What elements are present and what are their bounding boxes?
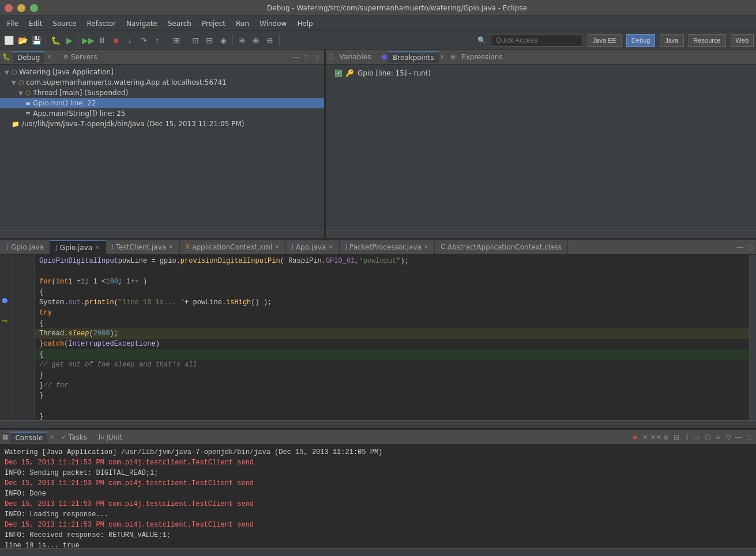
tab-gpio-java-1[interactable]: J Gpio.java [1, 240, 50, 255]
perspective-javaee-button[interactable]: Java EE [588, 34, 622, 47]
tab-breakpoints-close[interactable]: ✕ [440, 54, 445, 60]
console-hscroll[interactable] [0, 548, 756, 556]
toolbar-separator-1 [46, 35, 46, 46]
perspective-resource-button[interactable]: Resource [689, 34, 726, 47]
perspective-java-button[interactable]: Java [660, 34, 683, 47]
vars-panel-hscroll[interactable] [326, 230, 756, 238]
quick-access-input[interactable] [491, 34, 583, 47]
new-button[interactable]: ⬜ [2, 34, 15, 47]
console-btn6[interactable]: ⇩ [682, 433, 691, 442]
stepinto-button[interactable]: ↓ [123, 34, 136, 47]
editor-area: J Gpio.java J Gpio.java ✕ J TestClient.j… [0, 240, 756, 430]
console-btn8[interactable]: ⬡ [703, 433, 712, 442]
toolbar-btn-extra2[interactable]: ⊟ [203, 34, 216, 47]
toolbar-btn-extra3[interactable]: ◈ [217, 34, 230, 47]
breakpoint-checkbox[interactable]: ✓ [335, 70, 342, 77]
tree-item-app-main[interactable]: ≡ App.main(String[]) line: 25 [0, 108, 324, 119]
console-panel: ▦ Console ✕ ✓ Tasks Ju JUnit ■ ✕ ✕✕ ⊕ ⊟ … [0, 430, 756, 556]
toolbar-btn-extra1[interactable]: ⊡ [189, 34, 202, 47]
tree-item-gpio-run[interactable]: ≡ Gpio.run() line: 22 [0, 98, 324, 108]
use-stepfilters-button[interactable]: ⊞ [170, 34, 183, 47]
tab-app-close[interactable]: ✕ [328, 244, 333, 250]
maximize-button[interactable] [30, 4, 38, 12]
expressions-icon: ⊕ [450, 53, 456, 60]
tab-console[interactable]: Console [10, 432, 47, 443]
editor-hscroll[interactable] [0, 420, 756, 428]
toolbar-btn-extra6[interactable]: ⊖ [264, 34, 276, 47]
line-numbers [12, 255, 35, 420]
code-line-10: { [35, 349, 749, 360]
debug-panel-viewmenu[interactable]: ▽ [313, 52, 322, 62]
menu-window[interactable]: Window [255, 18, 291, 29]
console-btn2[interactable]: ✕ [641, 433, 650, 442]
toolbar-btn-extra5[interactable]: ⊕ [250, 34, 262, 47]
menu-refactor[interactable]: Refactor [82, 18, 121, 29]
run-button[interactable]: ▶ [63, 34, 76, 47]
tab-expressions[interactable]: Expressions [457, 52, 507, 62]
editor-main: ● ⇒ [0, 255, 756, 420]
thread-icon-2: ⬡ [25, 89, 31, 97]
menu-source[interactable]: Source [48, 18, 81, 29]
debug-panel-minimize[interactable]: — [292, 52, 301, 62]
tree-item-thread[interactable]: ▼ ⬡ Thread [main] (Suspended) [0, 88, 324, 98]
console-minimize[interactable]: — [734, 433, 743, 442]
editor-vscroll[interactable] [749, 255, 756, 420]
tab-app-java[interactable]: J App.java ✕ [286, 240, 340, 255]
console-btn5[interactable]: ⊟ [672, 433, 681, 442]
tab-appcontext-close[interactable]: ✕ [274, 244, 279, 250]
tree-item-watering[interactable]: ▼ ⬡ Watering [Java Application] [0, 67, 324, 77]
save-button[interactable]: 💾 [30, 34, 43, 47]
console-maximize[interactable]: □ [744, 433, 754, 442]
console-btn9[interactable]: ≡ [713, 433, 723, 442]
console-btn4[interactable]: ⊕ [661, 433, 671, 442]
tab-gpio-java-2-close[interactable]: ✕ [95, 244, 99, 251]
menu-edit[interactable]: Edit [24, 18, 47, 29]
open-button[interactable]: 📂 [16, 34, 29, 47]
tab-tasks[interactable]: ✓ Tasks [57, 432, 92, 442]
breakpoint-item[interactable]: ✓ 🔑 Gpio [line: 15] - run() [330, 67, 756, 80]
tab-abstract-context[interactable]: C AbstractApplicationContext.class [435, 240, 568, 255]
perspective-debug-button[interactable]: Debug [626, 34, 655, 47]
debug-panel-maximize[interactable]: □ [302, 52, 311, 62]
editor-maximize[interactable]: □ [746, 243, 755, 252]
tree-item-app[interactable]: ▼ ⬡ com.supermanhamuerto.watering.App at… [0, 77, 324, 88]
tab-appcontext-xml[interactable]: X applicationContext.xml ✕ [180, 240, 286, 255]
terminate-button[interactable]: ■ [110, 34, 122, 47]
console-terminate[interactable]: ■ [630, 433, 640, 442]
minimize-button[interactable] [17, 4, 25, 12]
menu-file[interactable]: File [2, 18, 23, 29]
tab-junit[interactable]: Ju JUnit [94, 432, 127, 442]
stepover-button[interactable]: ↷ [137, 34, 150, 47]
editor-minimize[interactable]: — [735, 243, 744, 252]
tab-packet-processor[interactable]: J PacketProcessor.java ✕ [340, 240, 435, 255]
tab-console-close[interactable]: ✕ [50, 434, 54, 440]
close-button[interactable] [5, 4, 13, 12]
console-btn7[interactable]: ⇨ [693, 433, 702, 442]
tab-debug-close[interactable]: ✕ [47, 54, 51, 60]
tab-variables[interactable]: Variables [335, 52, 376, 62]
menu-project[interactable]: Project [197, 18, 230, 29]
tab-servers[interactable]: ⚙ Servers [59, 52, 102, 62]
menu-run[interactable]: Run [231, 18, 254, 29]
tab-packet-close[interactable]: ✕ [424, 244, 428, 250]
console-btn10[interactable]: ▽ [724, 433, 733, 442]
tab-testclient-java[interactable]: J TestClient.java ✕ [106, 240, 180, 255]
console-btn3[interactable]: ✕✕ [651, 433, 660, 442]
suspend-button[interactable]: ⏸ [96, 34, 108, 47]
resume-button[interactable]: ▶▶ [82, 34, 95, 47]
debug-panel-hscroll[interactable] [0, 230, 324, 238]
code-area[interactable]: GpioPinDigitalInput powLine = gpio.provi… [35, 255, 749, 420]
perspective-web-button[interactable]: Web [731, 34, 754, 47]
app-icon: ⬡ [12, 69, 17, 76]
stepreturn-button[interactable]: ↑ [151, 34, 164, 47]
menu-help[interactable]: Help [292, 18, 317, 29]
tab-breakpoints[interactable]: Breakpoints [388, 51, 438, 63]
debug-button[interactable]: 🐛 [49, 34, 62, 47]
tab-testclient-close[interactable]: ✕ [168, 244, 173, 250]
tab-gpio-java-2[interactable]: J Gpio.java ✕ [50, 240, 106, 255]
toolbar-btn-extra4[interactable]: ≋ [236, 34, 249, 47]
tab-debug[interactable]: Debug [13, 51, 44, 63]
menu-navigate[interactable]: Navigate [122, 18, 162, 29]
menu-search[interactable]: Search [163, 18, 196, 29]
tree-item-jvm[interactable]: 📁 /usr/lib/jvm/java-7-openjdk/bin/java (… [0, 119, 324, 129]
